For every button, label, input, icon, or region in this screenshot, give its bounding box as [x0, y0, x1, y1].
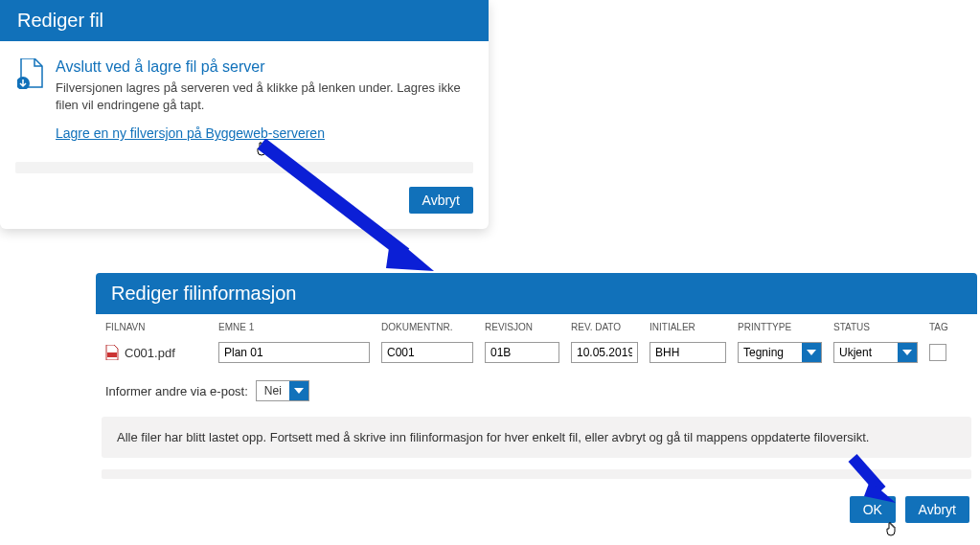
- svg-rect-3: [107, 352, 117, 357]
- edit-file-dialog: Rediger fil Avslutt ved å lagre fil på s…: [0, 0, 489, 229]
- table-header-row: FILNAVN EMNE 1 DOKUMENTNR. REVISJON REV.…: [96, 314, 977, 336]
- chevron-down-icon[interactable]: [898, 343, 917, 362]
- save-version-link[interactable]: Lagre en ny filversjon på Byggeweb-serve…: [56, 125, 325, 141]
- header-filnavn: FILNAVN: [100, 322, 213, 332]
- progress-bar: [102, 469, 971, 479]
- status-select[interactable]: Ukjent: [833, 342, 918, 363]
- cursor-icon-2: [883, 522, 899, 542]
- header-revdato: REV. DATO: [565, 322, 644, 332]
- inform-label: Informer andre via e-post:: [105, 384, 248, 398]
- upload-info-message: Alle filer har blitt lastet opp. Fortset…: [102, 417, 971, 458]
- header-revisjon: REVISJON: [479, 322, 565, 332]
- dialog-title: Rediger fil: [0, 0, 489, 41]
- header-status: STATUS: [828, 322, 923, 332]
- inform-value: Nei: [257, 381, 289, 400]
- status-value: Ukjent: [834, 343, 898, 362]
- filename-text: C001.pdf: [125, 346, 175, 360]
- cancel-button[interactable]: Avbryt: [409, 187, 473, 214]
- svg-marker-2: [386, 235, 434, 271]
- initialer-input[interactable]: [650, 342, 726, 363]
- dialog-footer: Avbryt: [0, 173, 489, 229]
- doknr-input[interactable]: [381, 342, 473, 363]
- cell-printtype: Tegning: [732, 342, 828, 363]
- cell-status: Ukjent: [828, 342, 923, 363]
- cursor-icon: [254, 142, 269, 162]
- inform-row: Informer andre via e-post: Nei: [96, 365, 977, 411]
- pdf-icon: [105, 345, 119, 360]
- printtype-value: Tegning: [739, 343, 802, 362]
- cell-emne: [213, 342, 376, 363]
- dialog-body: Avslutt ved å lagre fil på server Filver…: [0, 41, 489, 150]
- emne-input[interactable]: [218, 342, 370, 363]
- ok-button[interactable]: OK: [850, 496, 896, 523]
- cell-tag: [923, 342, 962, 363]
- dialog2-title: Rediger filinformasjon: [96, 273, 977, 314]
- header-initialer: INITIALER: [644, 322, 732, 332]
- cell-filnavn: C001.pdf: [100, 342, 213, 363]
- dialog-text: Avslutt ved å lagre fil på server Filver…: [56, 58, 471, 141]
- header-emne: EMNE 1: [213, 322, 376, 332]
- table-row: C001.pdf Tegning: [96, 336, 977, 365]
- revisjon-input[interactable]: [485, 342, 559, 363]
- edit-fileinfo-dialog: Rediger filinformasjon FILNAVN EMNE 1 DO…: [96, 273, 977, 531]
- file-download-icon: [17, 58, 44, 89]
- header-doknr: DOKUMENTNR.: [376, 322, 479, 332]
- dialog-subtitle: Avslutt ved å lagre fil på server: [56, 58, 471, 76]
- header-tag: TAG: [923, 322, 962, 332]
- inform-select[interactable]: Nei: [256, 380, 309, 401]
- cell-revdato: [565, 342, 644, 363]
- tag-box[interactable]: [929, 344, 946, 361]
- chevron-down-icon[interactable]: [802, 343, 821, 362]
- dialog2-footer: OK Avbryt: [96, 496, 977, 531]
- cancel-button-2[interactable]: Avbryt: [905, 496, 969, 523]
- file-table: FILNAVN EMNE 1 DOKUMENTNR. REVISJON REV.…: [96, 314, 977, 365]
- printtype-select[interactable]: Tegning: [738, 342, 822, 363]
- cell-doknr: [376, 342, 479, 363]
- chevron-down-icon[interactable]: [289, 381, 308, 400]
- revdato-input[interactable]: [571, 342, 638, 363]
- cell-initialer: [644, 342, 732, 363]
- header-printtype: PRINTTYPE: [732, 322, 828, 332]
- spacer: [15, 162, 473, 173]
- dialog-description: Filversjonen lagres på serveren ved å kl…: [56, 79, 471, 114]
- cell-revisjon: [479, 342, 565, 363]
